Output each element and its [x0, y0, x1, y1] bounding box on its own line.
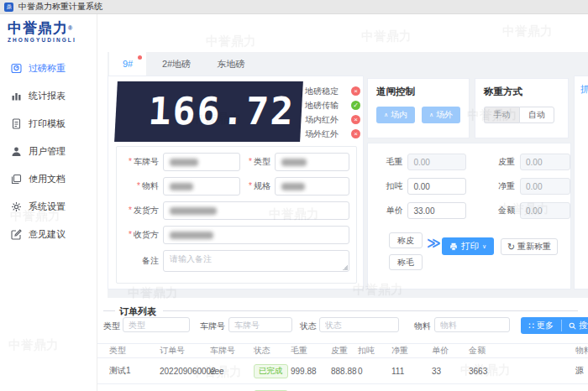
tab-scale-9[interactable]: 9# [109, 52, 146, 76]
window-titlebar: 鼎 中誉鼎力称重计量系统 [0, 0, 588, 14]
table-row[interactable]: 测试1 202209060001 eee 已完成 999.88 888.88 0… [97, 384, 588, 391]
status-ok-icon: ✓ [351, 101, 360, 110]
side-panel-clipped: 抓拍 [574, 76, 588, 289]
filter-plate-input[interactable] [228, 317, 292, 332]
masked-value [281, 159, 307, 166]
masked-value [170, 232, 213, 239]
watermark: 中誉鼎力 [361, 29, 412, 44]
cell-plate: eee [210, 367, 254, 376]
weigh-tare-button[interactable]: 称皮 [389, 232, 423, 248]
search-label: 搜索 [579, 320, 588, 331]
side-panel-title[interactable]: 抓拍 [580, 84, 588, 94]
price-input[interactable] [407, 202, 466, 219]
status-label: 场外红外 [305, 128, 339, 140]
shipper-input[interactable] [163, 201, 349, 220]
chevron-up-icon: ∧ [429, 112, 433, 118]
gate-inside-label: 场内 [391, 109, 407, 121]
col-gross: 毛重 [291, 345, 331, 357]
gate-outside-label: 场外 [436, 109, 453, 121]
remark-textarea[interactable]: 请输入备注 [163, 250, 349, 272]
sidebar-item-feedback[interactable]: 意见建议 [0, 221, 97, 248]
print-button[interactable]: 打印 ∨ [442, 237, 494, 255]
search-button[interactable]: 搜索 [562, 317, 588, 334]
mode-manual-button[interactable]: 手动 [484, 107, 519, 123]
receiver-input[interactable] [163, 226, 349, 244]
divider-line [103, 310, 115, 311]
cell-gross: 999.88 [291, 367, 331, 376]
spec-label: 规格 [240, 180, 270, 192]
sidebar: 中誉鼎力® ZHONGYUDINGLI 过磅称重 统计报表 打印模板 用户管理 [0, 14, 97, 391]
print-label: 打印 [461, 241, 479, 253]
sidebar-item-docs[interactable]: 使用文档 [0, 165, 97, 193]
filter-material-input[interactable] [434, 317, 510, 332]
tab-scale-2[interactable]: 2#地磅 [150, 52, 203, 76]
brand-logo: 中誉鼎力® ZHONGYUDINGLI [0, 14, 97, 43]
registered-mark: ® [68, 25, 73, 31]
status-error-icon: × [351, 115, 360, 124]
spec-input[interactable] [275, 177, 349, 196]
masked-value [170, 183, 193, 190]
sidebar-item-label: 统计报表 [29, 90, 66, 102]
plate-input[interactable] [163, 153, 240, 171]
gate-outside-button[interactable]: ∧ 场外 [422, 107, 460, 123]
vehicle-form: 车牌号 类型 物料 规格 发货方 收货方 备注 请输入备注 [116, 146, 357, 284]
cell-order-no: 202209060002 [160, 367, 210, 376]
tare-input[interactable] [520, 154, 570, 170]
amount-input[interactable] [520, 202, 570, 219]
orders-section: 订单列表 类型 车牌号 状态 物料 ∷ 更多 搜索 类型 订单号 车牌号 状态 … [97, 298, 588, 391]
orders-section-title: 订单列表 [119, 305, 156, 318]
scale-icon [11, 63, 22, 74]
reweigh-button[interactable]: ↻ 重新称重 [501, 238, 558, 255]
brand-name: 中誉鼎力® [8, 20, 97, 36]
cell-material: 源 [575, 365, 588, 377]
sidebar-item-label: 使用文档 [29, 173, 66, 185]
sidebar-item-users[interactable]: 用户管理 [0, 138, 97, 165]
filter-type-input[interactable] [123, 317, 190, 332]
printer-icon [449, 242, 458, 251]
sidebar-item-settings[interactable]: 系统设置 [0, 193, 97, 221]
tab-scale-east[interactable]: 东地磅 [207, 52, 255, 76]
mode-auto-button[interactable]: 自动 [519, 107, 554, 123]
col-net: 净重 [391, 345, 432, 357]
status-label: 地磅稳定 [305, 86, 339, 97]
grid-icon: ∷ [528, 321, 534, 330]
sidebar-item-weighing[interactable]: 过磅称重 [0, 55, 97, 82]
sidebar-item-label: 用户管理 [29, 145, 66, 158]
masked-value [170, 159, 198, 166]
filter-plate-label: 车牌号 [200, 321, 225, 332]
copy-docs-icon [11, 174, 22, 185]
net-input[interactable] [520, 178, 570, 195]
double-chevron-icon: ≫ [427, 235, 441, 251]
table-row[interactable]: 测试1 202209060002 eee 已完成 999.88 888.88 0… [97, 358, 588, 384]
gross-input[interactable] [407, 154, 466, 170]
weigh-values-card: 毛重 皮重 扣吨 净重 单价 金额 称皮 称毛 ≫ 打印 ∨ ↻ 重新称重 [367, 143, 571, 289]
sidebar-item-label: 过磅称重 [29, 62, 66, 75]
price-label: 单价 [375, 205, 402, 216]
gear-icon [11, 201, 22, 212]
app-icon: 鼎 [4, 3, 13, 12]
search-icon [569, 322, 576, 330]
filter-actions-group: ∷ 更多 搜索 [521, 317, 588, 334]
resize-handle-icon[interactable] [343, 265, 348, 270]
remark-placeholder: 请输入备注 [170, 254, 212, 263]
deduct-input[interactable] [407, 178, 466, 195]
material-input[interactable] [163, 177, 240, 196]
chevron-up-icon: ∧ [384, 112, 388, 118]
col-plate: 车牌号 [210, 345, 254, 357]
col-deduct: 扣吨 [358, 345, 391, 357]
sidebar-item-print-template[interactable]: 打印模板 [0, 110, 97, 138]
reweigh-label: 重新称重 [517, 241, 551, 253]
alert-dot-icon [138, 55, 142, 60]
filter-status-input[interactable] [319, 317, 399, 332]
weigh-gross-button[interactable]: 称毛 [389, 254, 423, 270]
net-label: 净重 [490, 180, 515, 192]
type-input[interactable] [275, 153, 349, 171]
sidebar-item-reports[interactable]: 统计报表 [0, 82, 97, 110]
status-label: 场内红外 [305, 114, 339, 126]
masked-value [281, 183, 305, 190]
gate-control-card: 道闸控制 ∧ 场内 ∧ 场外 [367, 78, 470, 138]
more-button[interactable]: ∷ 更多 [521, 317, 561, 334]
weight-led-display: 166.72 [114, 81, 303, 142]
gate-inside-button[interactable]: ∧ 场内 [376, 107, 415, 123]
filter-status-label: 状态 [300, 321, 317, 332]
